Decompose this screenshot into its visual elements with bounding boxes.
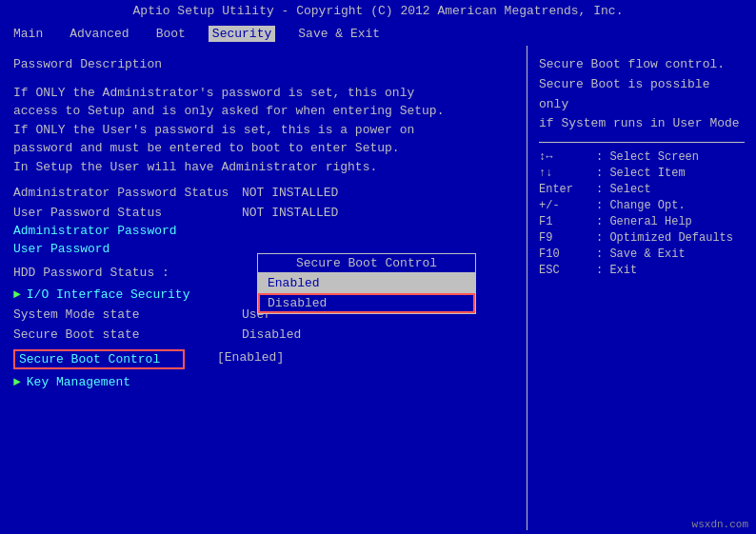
admin-password-status-row: Administrator Password Status NOT INSTAL… [13,186,513,200]
divider [539,142,745,143]
admin-password-status-label: Administrator Password Status [13,186,242,200]
menu-boot[interactable]: Boot [152,26,189,42]
left-panel: Password Description If ONLY the Adminis… [0,46,527,530]
secure-boot-control-row[interactable]: Secure Boot Control [Enabled] [13,349,513,369]
title-text: Aptio Setup Utility - Copyright (C) 2012… [133,4,624,18]
secure-boot-dropdown[interactable]: Secure Boot Control Enabled Disabled [257,253,476,314]
key-help-f10: F10 : Save & Exit [539,247,745,261]
key-help-select-screen: ↕↔ : Select Screen [539,150,745,164]
secure-boot-state-value: Disabled [242,327,301,342]
title-bar: Aptio Setup Utility - Copyright (C) 2012… [0,0,756,22]
user-password-status-row: User Password Status NOT INSTALLED [13,206,513,220]
menu-main[interactable]: Main [10,26,47,42]
admin-password-status-value: NOT INSTALLED [242,186,338,200]
password-description-title: Password Description [13,55,513,74]
user-password-status-value: NOT INSTALLED [242,206,338,220]
user-password-status-label: User Password Status [13,206,242,220]
key-management-item[interactable]: ► Key Management [13,375,513,389]
key-help-section: ↕↔ : Select Screen ↑↓ : Select Item Ente… [539,150,745,277]
secure-boot-state-label: Secure Boot state [13,327,242,342]
key-help-esc: ESC : Exit [539,264,745,277]
key-management-label: Key Management [27,375,130,389]
menu-save-exit[interactable]: Save & Exit [294,26,384,42]
dropdown-option-disabled[interactable]: Disabled [258,293,475,313]
key-help-enter: Enter : Select [539,183,745,196]
dropdown-option-enabled[interactable]: Enabled [258,273,475,293]
io-interface-security-label: I/O Interface Security [27,287,190,302]
secure-boot-state-row: Secure Boot state Disabled [13,327,513,342]
arrow-right-icon: ► [13,287,21,302]
secure-boot-control-value: [Enabled] [213,349,288,369]
main-content: Password Description If ONLY the Adminis… [0,46,756,530]
menu-security[interactable]: Security [209,26,275,42]
hdd-password-status-label: HDD Password Status : [13,266,242,280]
help-text: Secure Boot flow control. Secure Boot is… [539,55,745,134]
bios-screen: Aptio Setup Utility - Copyright (C) 2012… [0,0,756,534]
secure-boot-control-label: Secure Boot Control [13,349,185,369]
key-help-change-opt: +/- : Change Opt. [539,199,745,212]
password-description-body: If ONLY the Administrator's password is … [13,84,513,177]
key-help-f1: F1 : General Help [539,215,745,228]
admin-password-link[interactable]: Administrator Password [13,224,513,238]
watermark: wsxdn.com [692,519,748,530]
dropdown-title: Secure Boot Control [258,254,475,273]
key-help-select-item: ↑↓ : Select Item [539,167,745,180]
menu-bar: Main Advanced Boot Security Save & Exit [0,22,756,46]
key-help-f9: F9 : Optimized Defaults [539,231,745,245]
menu-advanced[interactable]: Advanced [66,26,132,42]
right-panel: Secure Boot flow control. Secure Boot is… [527,46,756,530]
system-mode-state-label: System Mode state [13,307,242,322]
arrow-right-icon-2: ► [13,375,21,389]
